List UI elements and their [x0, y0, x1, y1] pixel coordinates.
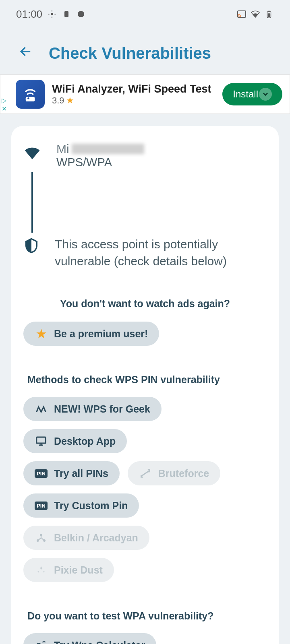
svg-point-0 — [51, 13, 53, 15]
svg-rect-1 — [64, 11, 68, 17]
network-name-prefix: Mi — [56, 142, 69, 156]
desktop-app-button[interactable]: Desktop App — [23, 429, 127, 453]
wpa-section-title: Do you want to test WPA vulnerability? — [23, 610, 267, 622]
ad-rating-value: 3.9 — [52, 95, 64, 106]
svg-rect-9 — [37, 437, 46, 443]
install-button[interactable]: Install — [222, 83, 282, 105]
svg-rect-5 — [268, 13, 270, 17]
network-security: WPS/WPA — [56, 156, 267, 169]
premium-button[interactable]: ★ Be a premium user! — [23, 322, 159, 346]
vulnerability-message: This access point is potentially vulnera… — [55, 236, 267, 270]
bruteforce-button[interactable]: Bruteforce — [128, 461, 220, 485]
back-button[interactable] — [18, 44, 33, 62]
main-card: Mi WPS/WPA This access point is potentia… — [11, 126, 279, 644]
connector-line — [31, 172, 33, 233]
svg-point-8 — [27, 97, 29, 99]
cast-icon — [237, 9, 246, 19]
status-bar: 01:00 — [0, 0, 290, 28]
wps-geek-button[interactable]: NEW! WPS for Geek — [23, 397, 162, 421]
location-icon — [47, 9, 57, 19]
network-info-row: Mi WPS/WPA — [23, 142, 267, 169]
star-icon: ★ — [35, 327, 48, 340]
cycle-icon — [139, 467, 152, 480]
status-time: 01:00 — [16, 8, 42, 21]
belkin-button[interactable]: Belkin / Arcadyan — [23, 526, 149, 550]
wps-section-title: Methods to check WPS PIN vulnerability — [23, 374, 267, 386]
svg-point-10 — [40, 534, 42, 536]
notification-icon — [62, 9, 71, 19]
page-header: Check Vulnerabilities — [0, 28, 290, 74]
network-name: Mi — [56, 142, 267, 156]
premium-label: Be a premium user! — [54, 328, 148, 340]
custom-pin-label: Try Custom Pin — [54, 500, 128, 512]
wifi-status-icon — [251, 9, 260, 19]
try-pins-label: Try all PINs — [54, 468, 108, 479]
wpa-label: Try Wpa Calculator — [54, 640, 145, 644]
sparkle-icon — [35, 564, 48, 576]
geek-icon — [35, 402, 48, 415]
ad-markers: ▷ ✕ — [2, 97, 7, 113]
svg-rect-2 — [78, 11, 84, 17]
pin-icon: PIN — [35, 467, 48, 480]
ad-title: WiFi Analyzer, WiFi Speed Test — [52, 83, 222, 95]
pixie-dust-button[interactable]: Pixie Dust — [23, 558, 114, 582]
install-label: Install — [233, 89, 258, 100]
wifi-icon — [23, 144, 41, 164]
star-icon: ★ — [66, 95, 74, 106]
desktop-icon — [35, 435, 48, 448]
svg-rect-6 — [268, 11, 270, 12]
pixie-label: Pixie Dust — [54, 564, 103, 576]
desktop-label: Desktop App — [54, 436, 116, 447]
ad-info-icon[interactable]: ▷ — [2, 97, 7, 104]
battery-icon — [264, 9, 274, 19]
wps-geek-label: NEW! WPS for Geek — [54, 403, 150, 415]
page-title: Check Vulnerabilities — [49, 44, 211, 62]
shield-icon — [23, 237, 39, 255]
try-pins-button[interactable]: PIN Try all PINs — [23, 461, 120, 485]
vulnerability-row: This access point is potentially vulnera… — [23, 236, 267, 270]
premium-prompt: You don't want to watch ads again? — [23, 298, 267, 310]
ad-close-icon[interactable]: ✕ — [2, 105, 7, 113]
bruteforce-label: Bruteforce — [158, 468, 209, 479]
wpa-calculator-button[interactable]: Try Wpa Calculator — [23, 633, 156, 644]
belkin-label: Belkin / Arcadyan — [54, 532, 138, 544]
redacted-text — [72, 144, 144, 154]
chevron-down-icon — [259, 88, 272, 101]
app-icon — [76, 9, 86, 19]
ad-banner[interactable]: ▷ ✕ WiFi Analyzer, WiFi Speed Test 3.9 ★… — [0, 74, 290, 114]
pin-icon: PIN — [35, 499, 48, 512]
ad-app-icon — [16, 80, 45, 109]
key-icon — [35, 639, 48, 644]
custom-pin-button[interactable]: PIN Try Custom Pin — [23, 493, 139, 518]
hub-icon — [35, 531, 48, 544]
svg-rect-7 — [26, 97, 35, 101]
